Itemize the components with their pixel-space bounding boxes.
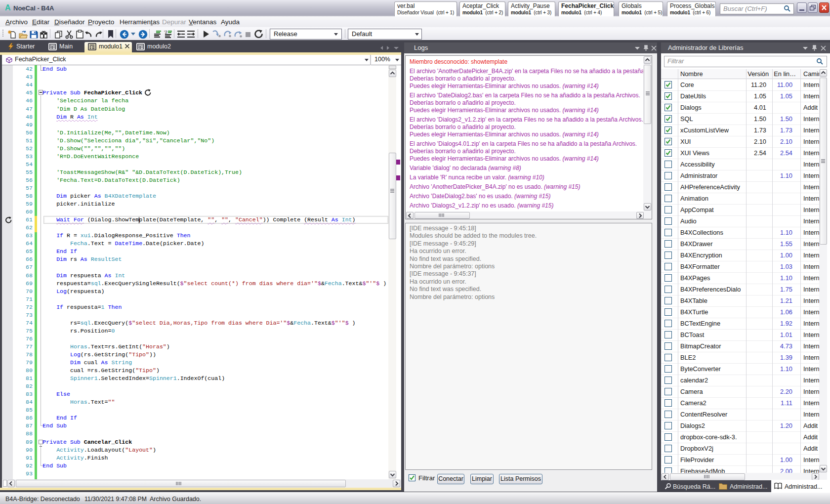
svg-text:'2: '2	[164, 30, 167, 35]
